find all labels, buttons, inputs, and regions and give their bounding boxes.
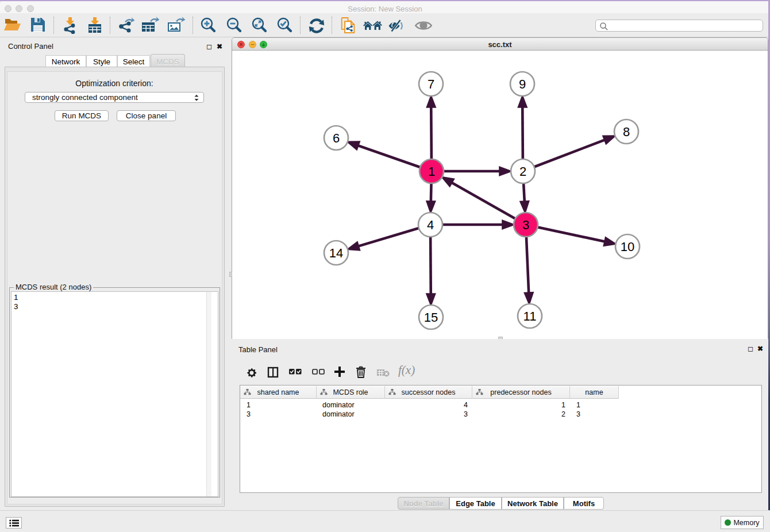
svg-text:6: 6 [333, 131, 340, 145]
svg-text:4: 4 [427, 218, 434, 232]
svg-text:10: 10 [621, 240, 634, 254]
svg-text:11: 11 [523, 309, 537, 323]
svg-text:7: 7 [428, 77, 434, 91]
svg-text:2: 2 [519, 164, 526, 179]
svg-text:3: 3 [522, 218, 529, 232]
svg-text:8: 8 [623, 125, 630, 139]
svg-text:1: 1 [428, 164, 435, 179]
svg-text:15: 15 [424, 310, 438, 325]
svg-text:14: 14 [329, 246, 343, 260]
svg-text:9: 9 [519, 77, 526, 91]
